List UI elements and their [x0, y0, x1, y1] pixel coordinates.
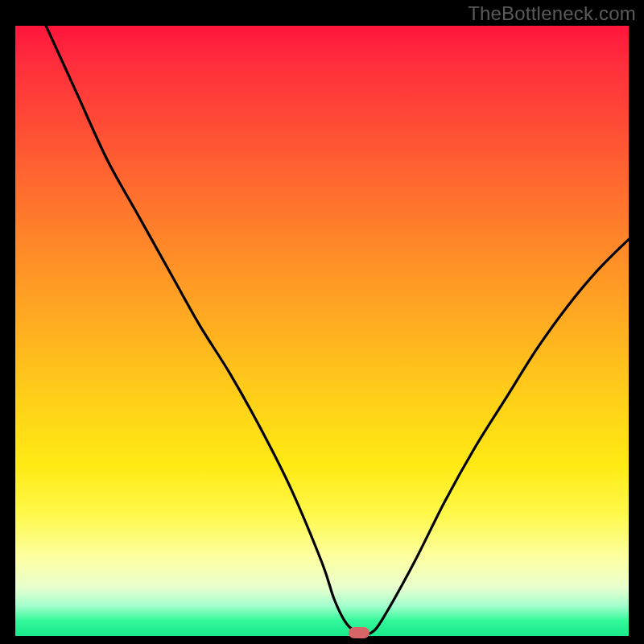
curve-svg [15, 26, 629, 636]
bottleneck-curve-path [46, 26, 629, 634]
plot-area [15, 26, 629, 636]
optimum-marker [349, 627, 369, 638]
watermark-text: TheBottleneck.com [468, 2, 636, 25]
chart-stage: TheBottleneck.com [0, 0, 644, 644]
